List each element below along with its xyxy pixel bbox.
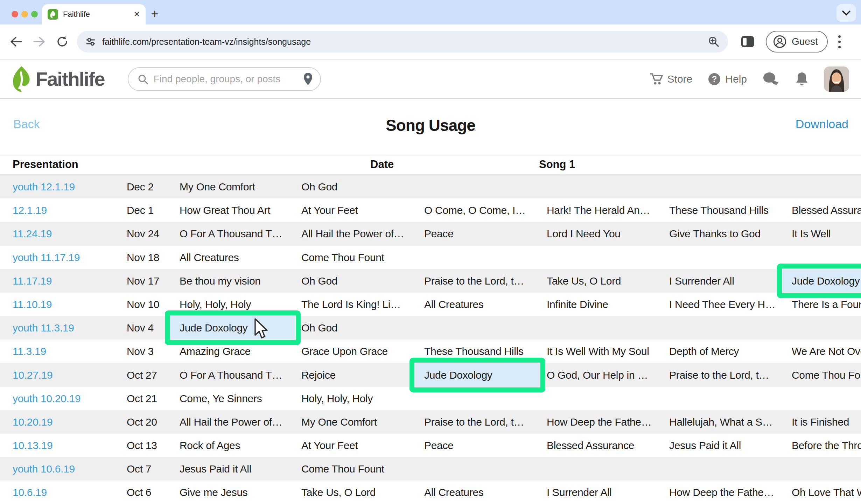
presentation-link[interactable]: youth 11.3.19: [13, 316, 74, 340]
address-bar[interactable]: faithlife.com/presentation-team-vz/insig…: [77, 31, 728, 52]
store-link[interactable]: Store: [649, 72, 693, 86]
tab-search-button[interactable]: [836, 4, 856, 22]
song-cell: Come Thou Fount: [301, 246, 384, 269]
page-title: Song Usage: [0, 116, 861, 135]
presentation-link[interactable]: youth 11.17.19: [13, 246, 80, 269]
close-window-button[interactable]: [12, 11, 18, 18]
song-cell: Before the Throne: [792, 434, 861, 457]
song-cell: The Lord Is King! Li…: [301, 293, 401, 316]
location-pin-icon[interactable]: [303, 72, 313, 86]
minimize-window-button[interactable]: [21, 11, 28, 18]
presentation-link[interactable]: 12.1.19: [13, 198, 47, 222]
guest-profile-button[interactable]: Guest: [766, 31, 828, 52]
messages-icon[interactable]: [762, 72, 780, 86]
guest-label: Guest: [792, 36, 818, 47]
date-cell: Oct 27: [127, 363, 157, 387]
song-cell: I Need Thee Every H…: [669, 293, 776, 316]
search-input[interactable]: [154, 74, 303, 85]
song-cell: Hallelujah, What a S…: [669, 410, 773, 434]
forward-icon[interactable]: [32, 35, 46, 49]
song-cell: Jesus Paid it All: [180, 457, 251, 481]
song-cell: O For A Thousand T…: [180, 222, 282, 245]
song-cell: All Creatures: [424, 481, 484, 504]
song-cell: Jude Doxology: [783, 269, 861, 293]
user-avatar[interactable]: [824, 66, 849, 92]
song-cell: Blessed Assurance: [792, 198, 861, 222]
date-cell: Dec 2: [127, 175, 154, 198]
notifications-bell-icon[interactable]: [795, 71, 808, 87]
tab-close-icon[interactable]: ✕: [134, 10, 140, 19]
song-cell: Praise to the Lord, t…: [424, 410, 524, 434]
date-cell: Oct 7: [127, 457, 151, 481]
faithlife-favicon-icon: [48, 9, 58, 20]
help-link[interactable]: ? Help: [708, 72, 747, 86]
tab-title: Faithlife: [63, 10, 131, 19]
presentation-link[interactable]: 11.24.19: [13, 222, 52, 245]
song-cell: Jude Doxology: [170, 316, 295, 340]
site-settings-icon[interactable]: [85, 36, 96, 47]
presentation-link[interactable]: 10.20.19: [13, 410, 52, 434]
cart-icon: [649, 72, 663, 86]
side-panel-icon[interactable]: [741, 36, 754, 47]
song-cell: We Are Not Overcome: [792, 340, 861, 363]
mouse-cursor: [253, 318, 269, 340]
date-cell: Oct 20: [127, 410, 157, 434]
presentation-link[interactable]: 11.10.19: [13, 293, 52, 316]
table-row: youth 11.17.19 Nov 18 All Creatures Come…: [0, 246, 861, 269]
song-cell: O For A Thousand T…: [180, 363, 282, 387]
faithlife-logo[interactable]: Faithlife: [10, 66, 105, 92]
song-cell: O God, Our Help in …: [547, 363, 648, 387]
back-icon[interactable]: [9, 35, 23, 49]
song-cell: Praise to the Lord, t…: [424, 269, 524, 293]
song-cell: Give Thanks to God: [669, 222, 761, 245]
chevron-down-icon: [842, 10, 851, 16]
song-cell: All Hail the Power of…: [180, 410, 282, 434]
download-link[interactable]: Download: [796, 117, 848, 131]
song-cell: It is Finished: [792, 410, 849, 434]
url-text[interactable]: faithlife.com/presentation-team-vz/insig…: [102, 37, 708, 47]
song-cell: Come Thou Fount: [301, 457, 384, 481]
faithlife-flame-icon: [10, 66, 32, 92]
zoom-in-icon[interactable]: [708, 36, 720, 48]
song-cell: Jude Doxology: [415, 363, 540, 387]
song-cell: Take Us, O Lord: [301, 481, 376, 504]
song-cell: All Hail the Power of…: [301, 222, 404, 245]
song-cell: All Creatures: [180, 246, 239, 269]
store-label: Store: [667, 73, 693, 85]
presentation-link[interactable]: 10.6.19: [13, 481, 47, 504]
table-row: 10.13.19 Oct 13 Rock of Ages At Your Fee…: [0, 434, 861, 457]
date-cell: Nov 17: [127, 269, 159, 293]
presentation-link[interactable]: youth 10.6.19: [13, 457, 75, 481]
date-cell: Oct 13: [127, 434, 157, 457]
song-cell: Peace: [424, 434, 454, 457]
song-cell: Jesus Paid it All: [669, 434, 741, 457]
song-cell: It Is Well: [792, 222, 831, 245]
help-label: Help: [725, 73, 747, 85]
new-tab-button[interactable]: +: [147, 6, 162, 22]
song-cell: Infinite Divine: [547, 293, 608, 316]
song-cell: There Is a Fountain: [792, 293, 861, 316]
presentation-link[interactable]: 11.17.19: [13, 269, 52, 293]
song-cell: Take Us, O Lord: [547, 269, 621, 293]
song-cell: Come, Ye Sinners: [180, 387, 262, 410]
presentation-link[interactable]: youth 12.1.19: [13, 175, 75, 198]
browser-window: Faithlife ✕ + faithlife.com/presentation…: [0, 0, 861, 504]
presentation-link[interactable]: 10.27.19: [13, 363, 52, 387]
table-row: 10.27.19 Oct 27 O For A Thousand T… Rejo…: [0, 363, 861, 387]
presentation-link[interactable]: 11.3.19: [13, 340, 46, 363]
svg-text:?: ?: [712, 74, 717, 84]
browser-menu-icon[interactable]: [838, 35, 841, 48]
song-cell: I Surrender All: [669, 269, 734, 293]
reload-icon[interactable]: [55, 35, 69, 49]
presentation-link[interactable]: 10.13.19: [13, 434, 52, 457]
song-cell: Grace Upon Grace: [301, 340, 388, 363]
date-cell: Nov 24: [127, 222, 159, 245]
song-cell: It Is Well With My Soul: [547, 340, 649, 363]
zoom-window-button[interactable]: [31, 11, 38, 18]
presentation-link[interactable]: youth 10.20.19: [13, 387, 80, 410]
browser-tab[interactable]: Faithlife ✕: [42, 4, 146, 24]
site-search[interactable]: [128, 67, 321, 91]
table-row: 11.17.19 Nov 17 Be thou my vision Oh God…: [0, 269, 861, 293]
song-cell: Lord I Need You: [547, 222, 621, 245]
tab-strip: Faithlife ✕ +: [0, 0, 861, 24]
